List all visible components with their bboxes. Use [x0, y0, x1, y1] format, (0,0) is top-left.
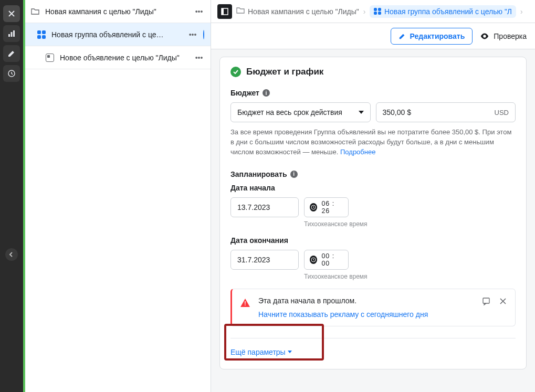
close-alert-button[interactable]: [498, 296, 508, 306]
tree-row-campaign[interactable]: Новая кампания с целью "Лиды" •••: [23, 0, 211, 23]
budget-currency: USD: [495, 109, 509, 116]
tree-row-menu[interactable]: •••: [194, 6, 204, 17]
review-button[interactable]: Проверка: [480, 31, 527, 41]
past-date-alert: Эта дата начала в прошлом. Начните показ…: [230, 289, 516, 326]
crumb-campaign-label: Новая кампания с целью "Лиды": [248, 7, 359, 16]
more-options-link[interactable]: Ещё параметры: [230, 348, 292, 356]
tree-row-menu[interactable]: •••: [194, 52, 204, 63]
start-date-input[interactable]: 13.7.2023: [230, 197, 299, 217]
folder-icon: [30, 7, 40, 16]
warning-icon: [240, 299, 250, 307]
tree-adset-label: Новая группа объявлений с це…: [51, 30, 182, 39]
budget-label: Бюджет i: [230, 89, 516, 97]
edit-button-label: Редактировать: [410, 32, 465, 40]
clock-icon: [310, 256, 317, 264]
tree-row-adset[interactable]: Новая группа объявлений с це… •••: [23, 23, 211, 46]
clock-icon: [310, 203, 317, 211]
clock-icon[interactable]: [3, 65, 20, 82]
tree-row-ad[interactable]: Новое объявление с целью "Лиды" •••: [23, 46, 211, 69]
content-scroll: Бюджет и график Бюджет i Бюджет на весь …: [211, 49, 535, 392]
chevron-right-icon: ›: [520, 7, 523, 16]
end-date-label: Дата окончания: [230, 236, 516, 245]
budget-type-select[interactable]: Бюджет на весь срок действия: [230, 102, 371, 122]
ad-icon: [45, 53, 55, 62]
alert-action-link[interactable]: Начните показывать рекламу с сегодняшнег…: [258, 310, 481, 319]
panel-toggle-button[interactable]: [217, 4, 232, 19]
check-icon: [230, 67, 241, 77]
close-button[interactable]: [3, 5, 20, 22]
info-icon[interactable]: i: [263, 89, 270, 97]
crumb-adset-label: Новая группа объявлений с целью "Л: [384, 7, 512, 16]
info-icon[interactable]: i: [290, 171, 298, 178]
svg-rect-1: [11, 32, 13, 37]
schedule-label: Запланировать i: [230, 170, 516, 178]
budget-schedule-card: Бюджет и график Бюджет i Бюджет на весь …: [219, 57, 527, 369]
caret-down-icon: [288, 351, 292, 353]
timezone-label: Тихоокеанское время: [304, 273, 516, 280]
budget-type-value: Бюджет на весь срок действия: [237, 108, 342, 116]
tree-campaign-label: Новая кампания с целью "Лиды": [45, 7, 188, 16]
review-indicator-icon: [203, 30, 204, 39]
chart-icon[interactable]: [3, 25, 20, 42]
card-title-text: Бюджет и график: [246, 67, 323, 77]
collapse-toolbar-button[interactable]: [5, 248, 18, 261]
main-panel: Новая кампания с целью "Лиды" › Новая гр…: [211, 0, 535, 392]
tree-ad-label: Новое объявление с целью "Лиды": [60, 54, 188, 62]
svg-rect-8: [483, 298, 489, 303]
campaign-tree: Новая кампания с целью "Лиды" ••• Новая …: [23, 0, 211, 392]
timezone-label: Тихоокеанское время: [304, 220, 516, 228]
card-title: Бюджет и график: [230, 67, 516, 77]
adset-icon: [374, 8, 381, 15]
start-time-input[interactable]: 06 : 26: [304, 197, 349, 217]
budget-amount-value: 350,00 $: [383, 108, 412, 116]
end-time-input[interactable]: 00 : 00: [304, 250, 349, 270]
tree-status-bar: [23, 0, 25, 392]
edit-button[interactable]: Редактировать: [391, 28, 473, 45]
left-toolbar: [0, 0, 23, 392]
divider: [230, 338, 516, 338]
crumb-campaign[interactable]: Новая кампания с целью "Лиды": [236, 6, 359, 16]
action-bar: Редактировать Проверка: [211, 23, 535, 49]
tree-row-menu[interactable]: •••: [187, 29, 198, 40]
alert-title: Эта дата начала в прошлом.: [258, 296, 481, 305]
edit-icon[interactable]: [3, 45, 20, 62]
budget-help-text: За все время проведения Группа объявлени…: [230, 128, 516, 157]
feedback-icon[interactable]: [481, 296, 491, 306]
svg-rect-2: [13, 30, 15, 37]
chevron-right-icon: ›: [363, 7, 366, 16]
breadcrumb: Новая кампания с целью "Лиды" › Новая гр…: [211, 0, 535, 23]
budget-amount-input[interactable]: 350,00 $ USD: [376, 102, 516, 122]
svg-rect-5: [222, 8, 224, 15]
folder-icon: [236, 6, 245, 16]
svg-rect-0: [8, 34, 10, 37]
crumb-adset[interactable]: Новая группа объявлений с целью "Л: [370, 5, 516, 18]
learn-more-link[interactable]: Подробнее: [340, 148, 375, 156]
review-button-label: Проверка: [494, 32, 527, 40]
end-date-input[interactable]: 31.7.2023: [230, 250, 299, 270]
caret-down-icon: [359, 111, 364, 114]
start-date-label: Дата начала: [230, 184, 516, 192]
adset-icon: [37, 30, 46, 39]
